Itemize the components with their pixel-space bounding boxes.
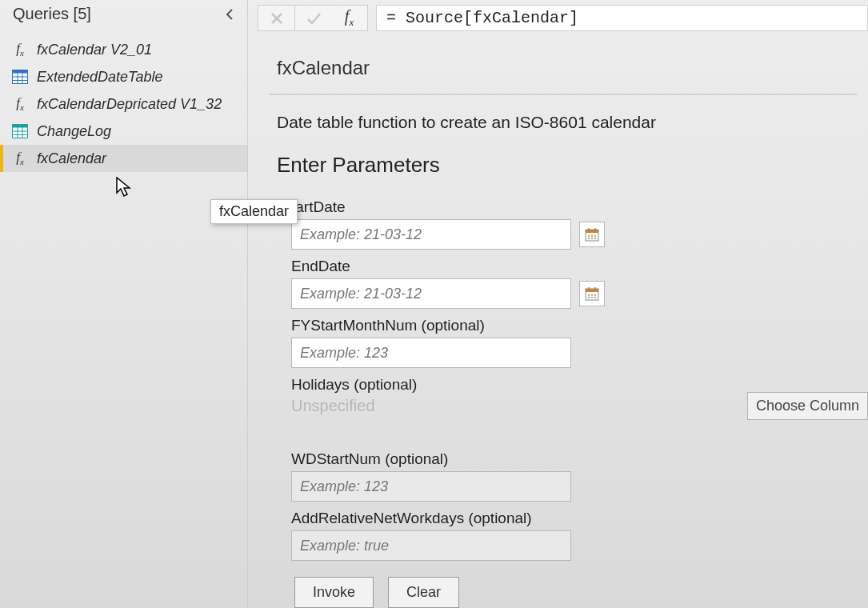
action-buttons: Invoke Clear [294, 577, 857, 608]
enddate-datepicker-button[interactable] [579, 281, 605, 306]
svg-point-29 [591, 294, 593, 296]
collapse-sidebar-icon[interactable] [222, 6, 238, 22]
query-item-label: fxCalendar V2_01 [37, 42, 152, 58]
svg-point-32 [591, 297, 593, 298]
startdate-datepicker-button[interactable] [579, 222, 605, 247]
check-icon [306, 10, 322, 26]
query-item-extendeddatetable[interactable]: ExtendedDateTable [0, 63, 247, 90]
svg-point-20 [594, 235, 596, 237]
queries-title: Queries [5] [13, 5, 91, 23]
wdstart-label: WDStartNum (optional) [291, 450, 857, 468]
formula-bar: fx [258, 5, 868, 31]
query-item-label: ExtendedDateTable [37, 69, 162, 86]
query-item-label: fxCalendarDepricated V1_32 [37, 96, 222, 113]
calendar-icon [584, 286, 600, 302]
clear-button[interactable]: Clear [388, 577, 459, 608]
svg-point-31 [588, 297, 590, 298]
query-item-label: ChangeLog [37, 123, 111, 140]
app-root: Queries [5] fx fxCalendar V2_01 [0, 0, 868, 608]
close-icon [270, 11, 284, 26]
fx-label: fx [331, 5, 368, 31]
formula-input[interactable] [376, 5, 868, 31]
calendar-icon [584, 226, 600, 242]
invoke-button[interactable]: Invoke [294, 577, 374, 608]
query-item-fxcalendar-v2[interactable]: fx fxCalendar V2_01 [0, 36, 247, 63]
function-name: fxCalendar [269, 42, 857, 95]
commit-formula-button[interactable] [294, 5, 331, 31]
svg-rect-25 [586, 289, 598, 292]
choose-column-button[interactable]: Choose Column [747, 392, 868, 420]
function-icon: fx [11, 95, 29, 113]
svg-rect-1 [13, 70, 28, 74]
cancel-formula-button[interactable] [258, 5, 294, 31]
table-icon [11, 68, 29, 86]
svg-point-19 [591, 235, 593, 237]
enddate-input[interactable] [291, 278, 571, 309]
query-item-fxcalendardepricated[interactable]: fx fxCalendarDepricated V1_32 [0, 90, 247, 118]
function-icon: fx [11, 41, 29, 58]
fystart-input[interactable] [291, 338, 571, 368]
query-list: fx fxCalendar V2_01 ExtendedDateTable [0, 31, 247, 172]
addrel-label: AddRelativeNetWorkdays (optional) [291, 510, 857, 527]
table-icon [11, 122, 29, 140]
queries-sidebar: Queries [5] fx fxCalendar V2_01 [0, 0, 248, 608]
svg-point-33 [594, 297, 596, 298]
sidebar-header: Queries [5] [0, 0, 247, 31]
startdate-input[interactable] [291, 219, 571, 250]
startdate-label: tartDate [291, 198, 857, 216]
svg-rect-15 [586, 230, 598, 233]
function-description: Date table function to create an ISO-860… [269, 95, 857, 150]
function-section: fxCalendar Date table function to create… [258, 31, 868, 608]
query-item-label: fxCalendar [37, 150, 106, 167]
addrel-input[interactable] [291, 530, 571, 561]
enddate-label: EndDate [291, 258, 857, 275]
query-item-changelog[interactable]: ChangeLog [0, 118, 247, 145]
main-panel: fx fxCalendar Date table function to cre… [248, 0, 868, 608]
svg-point-22 [591, 238, 593, 239]
query-tooltip: fxCalendar [210, 199, 298, 224]
query-item-fxcalendar[interactable]: fx fxCalendar [0, 145, 247, 172]
svg-point-18 [588, 235, 590, 237]
enter-parameters-heading: Enter Parameters [269, 150, 857, 190]
wdstart-input[interactable] [291, 471, 571, 502]
svg-point-30 [594, 294, 596, 296]
function-icon: fx [11, 150, 29, 167]
svg-rect-7 [13, 125, 28, 128]
fystart-label: FYStartMonthNum (optional) [291, 317, 857, 334]
svg-point-28 [588, 294, 590, 296]
svg-point-21 [588, 238, 590, 239]
holidays-label: Holidays (optional) [291, 376, 857, 394]
svg-point-23 [594, 238, 596, 239]
